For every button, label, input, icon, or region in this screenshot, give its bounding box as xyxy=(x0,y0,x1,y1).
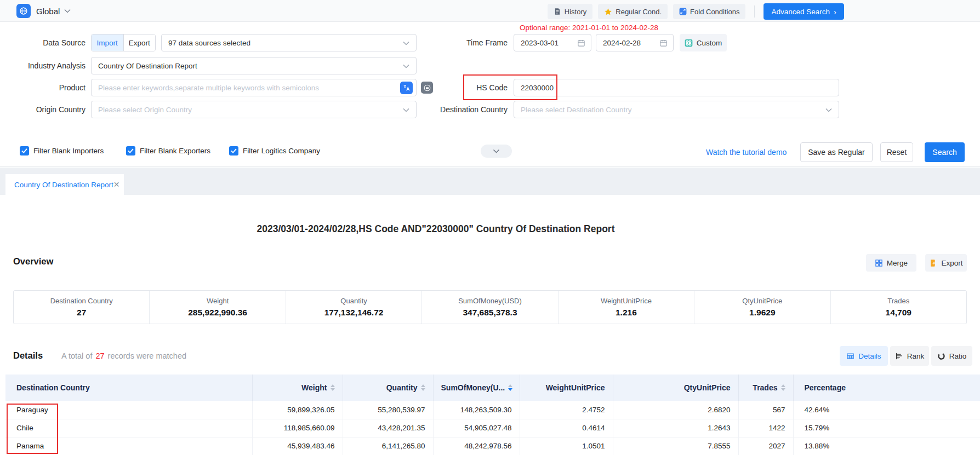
stat-quantity: Quantity 177,132,146.72 xyxy=(286,291,422,324)
cell-quantity: 55,280,539.97 xyxy=(343,401,433,419)
stat-value: 14,709 xyxy=(886,308,911,318)
form-row-filters: Filter Blank Importers Filter Blank Expo… xyxy=(0,142,980,162)
cell-country[interactable]: Panama xyxy=(5,437,252,455)
product-input[interactable] xyxy=(92,79,416,96)
col-weight[interactable]: Weight xyxy=(252,375,343,401)
destination-country-placeholder: Please select Destination Country xyxy=(514,106,632,114)
time-frame-start-input[interactable]: 2023-03-01 xyxy=(514,34,591,51)
col-destination-country: Destination Country xyxy=(5,375,252,401)
cell-wup: 2.4752 xyxy=(520,401,613,419)
time-frame-end-input[interactable]: 2024-02-28 xyxy=(596,34,674,51)
cell-quantity: 6,141,265.80 xyxy=(343,437,433,455)
stat-trades: Trades 14,709 xyxy=(831,291,966,324)
cell-country[interactable]: Chile xyxy=(5,419,252,437)
tutorial-demo-link[interactable]: Watch the tutorial demo xyxy=(706,142,787,162)
col-percentage: Percentage xyxy=(793,375,980,401)
col-quantity[interactable]: Quantity xyxy=(343,375,433,401)
sort-icon-active-desc[interactable] xyxy=(508,384,512,391)
origin-country-placeholder: Please select Origin Country xyxy=(92,106,192,114)
collapse-form-button[interactable] xyxy=(481,145,512,158)
view-ratio-label: Ratio xyxy=(949,352,967,360)
destination-country-label: Destination Country xyxy=(406,101,508,118)
merge-icon xyxy=(875,259,883,267)
app-logo xyxy=(16,4,31,18)
close-icon[interactable]: ✕ xyxy=(113,180,120,189)
checkbox-checked-icon xyxy=(229,146,238,155)
chevron-down-icon xyxy=(64,9,71,13)
cell-wup: 0.4614 xyxy=(520,419,613,437)
view-details-button[interactable]: Details xyxy=(840,346,888,366)
advanced-search-button[interactable]: Advanced Search › xyxy=(764,3,844,20)
view-rank-button[interactable]: Rank xyxy=(890,346,929,366)
cell-weight: 118,985,660.09 xyxy=(252,419,343,437)
cell-quantity: 43,428,201.35 xyxy=(343,419,433,437)
table-row[interactable]: Paraguay 59,899,326.05 55,280,539.97 148… xyxy=(5,401,980,419)
regular-cond-button[interactable]: Regular Cond. xyxy=(598,4,668,19)
destination-country-select[interactable]: Please select Destination Country xyxy=(514,101,839,118)
stat-weight: Weight 285,922,990.36 xyxy=(150,291,286,324)
time-frame-label: Time Frame xyxy=(406,34,508,51)
filter-label: Filter Logitics Company xyxy=(243,147,320,155)
import-toggle[interactable]: Import xyxy=(92,34,123,51)
tab-strip: Country Of Destination Report ✕ xyxy=(0,168,980,195)
stat-value: 177,132,146.72 xyxy=(324,308,384,318)
origin-country-select[interactable]: Please select Origin Country xyxy=(91,101,417,118)
industry-analysis-select[interactable]: Country Of Destination Report xyxy=(91,57,417,74)
merge-button[interactable]: Merge xyxy=(866,254,916,272)
chevron-down-icon xyxy=(403,64,409,68)
details-table: Destination Country Weight Quantity SumO… xyxy=(5,375,980,455)
history-button[interactable]: History xyxy=(548,4,592,19)
time-frame-end-value: 2024-02-28 xyxy=(603,39,641,47)
filter-blank-importers-checkbox[interactable]: Filter Blank Importers xyxy=(20,146,104,155)
col-qty-unit-price: QtyUnitPrice xyxy=(613,375,738,401)
stat-label: Weight xyxy=(207,297,229,305)
summary-suffix: records were matched xyxy=(108,352,186,360)
stat-destination-country: Destination Country 27 xyxy=(14,291,150,324)
col-trades[interactable]: Trades xyxy=(738,375,793,401)
topbar-actions: History Regular Cond. Fold Conditions Ad… xyxy=(548,3,844,20)
product-label: Product xyxy=(0,79,86,96)
stat-weight-unit-price: WeightUnitPrice 1.216 xyxy=(559,291,694,324)
cell-country[interactable]: Paraguay xyxy=(5,401,252,419)
stat-label: WeightUnitPrice xyxy=(601,297,652,305)
data-source-toggle: Import Export xyxy=(91,34,156,51)
star-icon xyxy=(604,8,612,16)
sort-icon[interactable] xyxy=(781,384,785,391)
view-details-label: Details xyxy=(858,352,881,360)
cell-percentage: 42.64% xyxy=(793,401,980,419)
table-row[interactable]: Panama 45,939,483.46 6,141,265.80 48,242… xyxy=(5,437,980,455)
col-sum-of-money[interactable]: SumOfMoney(U... xyxy=(433,375,520,401)
stat-label: Quantity xyxy=(340,297,367,305)
product-input-wrap xyxy=(91,79,417,96)
view-ratio-button[interactable]: Ratio xyxy=(931,346,972,366)
export-label: Export xyxy=(941,259,962,267)
export-button[interactable]: Export xyxy=(925,254,967,272)
filter-logitics-company-checkbox[interactable]: Filter Logitics Company xyxy=(229,146,320,155)
tab-country-of-destination-report[interactable]: Country Of Destination Report ✕ xyxy=(5,174,124,195)
search-button[interactable]: Search xyxy=(925,142,965,162)
cell-sum: 54,905,027.48 xyxy=(433,419,520,437)
cell-sum: 148,263,509.30 xyxy=(433,401,520,419)
donut-chart-icon xyxy=(937,352,945,360)
filter-blank-exporters-checkbox[interactable]: Filter Blank Exporters xyxy=(126,146,210,155)
cell-qup: 7.8555 xyxy=(613,437,738,455)
fold-icon xyxy=(679,8,687,15)
custom-range-button[interactable]: Custom xyxy=(680,34,727,51)
stat-label: QtyUnitPrice xyxy=(742,297,782,305)
export-icon xyxy=(929,259,937,267)
data-sources-select[interactable]: 97 data sources selected xyxy=(161,34,417,51)
cell-qup: 2.6820 xyxy=(613,401,738,419)
reset-button[interactable]: Reset xyxy=(880,142,913,162)
cell-percentage: 13.88% xyxy=(793,437,980,455)
details-heading: Details xyxy=(13,350,43,361)
sort-icon[interactable] xyxy=(331,384,335,391)
fold-conditions-button[interactable]: Fold Conditions xyxy=(673,4,745,19)
optional-range-text: Optional range: 2021-01-01 to 2024-02-28 xyxy=(520,24,658,32)
table-row[interactable]: Chile 118,985,660.09 43,428,201.35 54,90… xyxy=(5,419,980,437)
sort-icon[interactable] xyxy=(421,384,425,391)
region-selector[interactable]: Global xyxy=(36,0,71,22)
custom-label: Custom xyxy=(697,39,722,47)
hs-code-input[interactable] xyxy=(514,79,839,96)
save-as-regular-button[interactable]: Save as Regular xyxy=(800,142,873,162)
export-toggle[interactable]: Export xyxy=(123,34,156,51)
